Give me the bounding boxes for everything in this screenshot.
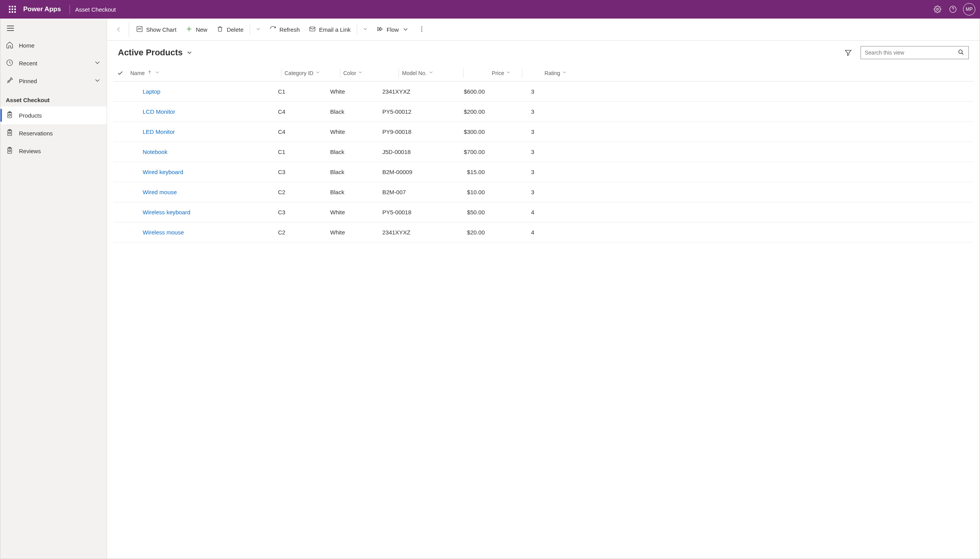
cell-rating: 3 xyxy=(493,189,539,195)
column-rating-label: Rating xyxy=(545,70,560,76)
divider xyxy=(281,68,281,78)
nav-reservations[interactable]: Reservations xyxy=(0,124,107,142)
cell-category: C2 xyxy=(278,189,330,195)
column-header-rating[interactable]: Rating xyxy=(525,70,572,76)
chevron-down-icon xyxy=(155,70,160,76)
record-link[interactable]: Notebook xyxy=(143,149,167,155)
cell-price: $700.00 xyxy=(440,149,493,155)
cell-color: Black xyxy=(330,189,382,195)
refresh-button[interactable]: Refresh xyxy=(265,22,305,37)
nav-pinned-label: Pinned xyxy=(19,78,37,84)
nav-pinned[interactable]: Pinned xyxy=(0,72,107,90)
table-row[interactable]: Wired mouseC2BlackB2M-007$10.003 xyxy=(113,182,973,202)
app-context: Asset Checkout xyxy=(75,6,116,13)
cell-model: J5D-00018 xyxy=(382,149,440,155)
delete-button[interactable]: Delete xyxy=(212,22,248,37)
command-bar: Show Chart New Delete Refresh Email a Li… xyxy=(107,19,980,41)
sidebar-section-title: Asset Checkout xyxy=(0,90,107,106)
chevron-down-icon xyxy=(315,70,320,76)
new-button[interactable]: New xyxy=(181,22,212,37)
divider xyxy=(250,24,250,35)
table-row[interactable]: LCD MonitorC4BlackPY5-00012$200.003 xyxy=(113,102,973,122)
settings-button[interactable] xyxy=(930,0,945,19)
record-link[interactable]: Wired mouse xyxy=(143,189,177,195)
cell-price: $15.00 xyxy=(440,169,493,175)
cell-model: PY5-00012 xyxy=(382,108,440,115)
refresh-icon xyxy=(269,26,276,34)
app-launcher-icon[interactable] xyxy=(5,0,20,19)
cell-model: B2M-007 xyxy=(382,189,440,195)
cell-price: $200.00 xyxy=(440,108,493,115)
chevron-down-icon xyxy=(506,70,511,76)
view-selector[interactable]: Active Products xyxy=(118,48,193,58)
nav-reviews[interactable]: Reviews xyxy=(0,142,107,160)
pin-icon xyxy=(6,77,14,85)
email-split-chevron[interactable] xyxy=(359,23,372,36)
search-input[interactable] xyxy=(865,50,958,56)
cell-model: PY5-00018 xyxy=(382,209,440,215)
chart-icon xyxy=(136,26,143,34)
refresh-label: Refresh xyxy=(280,26,300,33)
cell-rating: 3 xyxy=(493,108,539,115)
table-row[interactable]: NotebookC1BlackJ5D-00018$700.003 xyxy=(113,142,973,162)
table-row[interactable]: Wireless keyboardC3WhitePY5-00018$50.004 xyxy=(113,202,973,222)
table-row[interactable]: LED MonitorC4WhitePY9-00018$300.003 xyxy=(113,122,973,142)
table-row[interactable]: Wireless mouseC2White2341XYXZ$20.004 xyxy=(113,222,973,243)
cell-category: C4 xyxy=(278,128,330,135)
divider xyxy=(522,68,522,78)
table-row[interactable]: LaptopC1White2341XYXZ$600.003 xyxy=(113,82,973,102)
record-link[interactable]: Wireless mouse xyxy=(143,229,184,236)
cell-category: C1 xyxy=(278,88,330,95)
show-chart-button[interactable]: Show Chart xyxy=(131,22,181,37)
cell-color: White xyxy=(330,209,382,215)
svg-line-34 xyxy=(962,53,963,54)
search-icon xyxy=(958,49,965,57)
cell-category: C1 xyxy=(278,149,330,155)
cell-model: PY9-00018 xyxy=(382,128,440,135)
column-header-price[interactable]: Price xyxy=(467,70,519,76)
more-commands-button[interactable] xyxy=(414,22,430,37)
svg-rect-7 xyxy=(12,11,13,13)
select-all-checkbox[interactable] xyxy=(113,70,127,76)
column-header-category[interactable]: Category ID xyxy=(285,70,337,76)
app-name: Power Apps xyxy=(23,5,61,13)
divider xyxy=(357,24,357,35)
record-link[interactable]: Wireless keyboard xyxy=(143,209,190,215)
nav-recent-label: Recent xyxy=(19,60,37,67)
nav-home[interactable]: Home xyxy=(0,36,107,54)
email-link-label: Email a Link xyxy=(319,26,351,33)
divider xyxy=(70,5,70,14)
back-button[interactable] xyxy=(111,26,126,33)
column-model-label: Model No. xyxy=(402,70,427,76)
column-header-name[interactable]: Name xyxy=(127,70,278,76)
chevron-down-icon xyxy=(94,59,101,68)
home-icon xyxy=(6,41,14,50)
cell-model: 2341XYXZ xyxy=(382,229,440,236)
table-row[interactable]: Wired keyboardC3BlackB2M-00009$15.003 xyxy=(113,162,973,182)
record-link[interactable]: LED Monitor xyxy=(143,128,175,135)
email-link-button[interactable]: Email a Link xyxy=(304,22,355,37)
search-view-box[interactable] xyxy=(861,46,969,59)
hamburger-button[interactable] xyxy=(0,20,107,36)
user-avatar[interactable]: MP xyxy=(963,3,975,15)
svg-rect-8 xyxy=(14,11,16,13)
cell-price: $50.00 xyxy=(440,209,493,215)
cell-category: C2 xyxy=(278,229,330,236)
delete-split-chevron[interactable] xyxy=(252,23,265,36)
column-header-color[interactable]: Color xyxy=(343,70,395,76)
nav-products-label: Products xyxy=(19,112,42,119)
nav-recent[interactable]: Recent xyxy=(0,54,107,72)
nav-products[interactable]: Products xyxy=(0,106,107,124)
svg-rect-6 xyxy=(9,11,10,13)
svg-point-29 xyxy=(421,26,422,27)
filter-button[interactable] xyxy=(841,49,855,56)
email-icon xyxy=(309,26,316,34)
column-header-model[interactable]: Model No. xyxy=(402,70,460,76)
flow-button[interactable]: Flow xyxy=(372,22,414,37)
help-button[interactable] xyxy=(945,0,961,19)
record-link[interactable]: Wired keyboard xyxy=(143,169,183,175)
show-chart-label: Show Chart xyxy=(146,26,176,33)
record-link[interactable]: LCD Monitor xyxy=(143,108,175,115)
record-link[interactable]: Laptop xyxy=(143,88,160,95)
sidebar: Home Recent Pinned Asset Checkout Produc… xyxy=(0,19,107,559)
